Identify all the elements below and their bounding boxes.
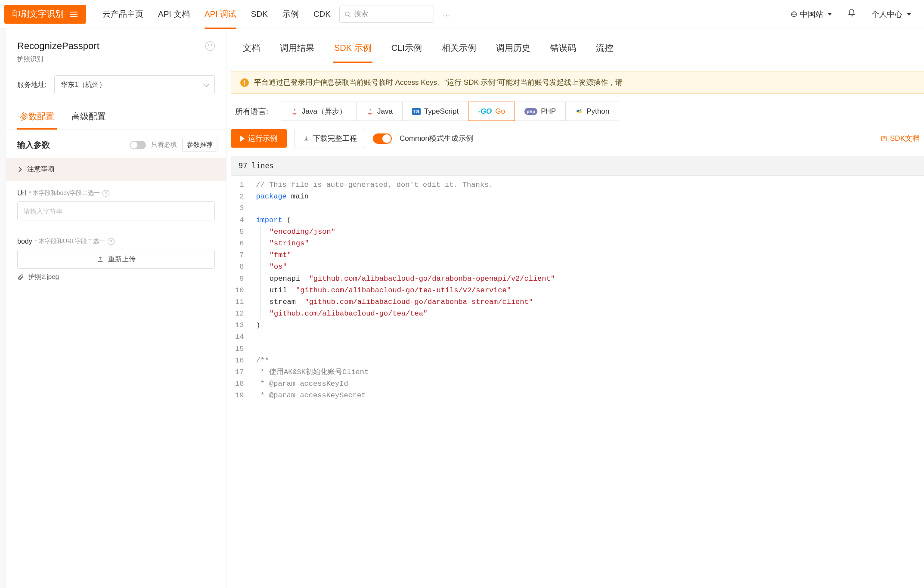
notice-label: 注意事项 [27,165,55,174]
warning-text: 平台通过已登录用户信息获取当前账号临时 Access Keys、"运行 SDK … [254,77,623,87]
service-address-select[interactable]: 华东1（杭州） [54,75,215,94]
globe-icon [791,11,797,18]
param-recommend-button[interactable]: 参数推荐 [182,138,217,152]
uploaded-file[interactable]: 护照2.jpeg [17,273,215,281]
nav-item[interactable]: 示例 [282,0,299,28]
nav-item[interactable]: CDK [313,1,331,28]
detail-tab[interactable]: 流控 [595,38,614,63]
external-link-icon [881,135,887,142]
uploaded-file-name: 护照2.jpeg [28,273,59,281]
only-required-label: 只看必填 [151,141,177,149]
user-label: 个人中心 [871,9,902,19]
nav-item[interactable]: API 文档 [158,0,190,28]
region-selector[interactable]: 中国站 [791,9,832,19]
detail-tab[interactable]: CLI示例 [391,38,423,63]
feedback-icon[interactable] [205,41,215,51]
java-icon [366,108,374,115]
api-name: RecognizePassport [17,40,99,52]
more-icon[interactable]: … [443,9,451,19]
search-icon [344,11,351,18]
api-description: 护照识别 [17,55,215,63]
service-address-label: 服务地址: [17,80,47,90]
chevron-down-icon [203,81,209,87]
chevron-down-icon [828,13,832,15]
svg-line-1 [349,15,350,16]
service-address-value: 华东1（杭州） [61,80,106,90]
reupload-button[interactable]: 重新上传 [17,250,215,269]
notice-expander[interactable]: 注意事项 [6,158,226,181]
detail-tab[interactable]: 相关示例 [441,38,477,63]
bell-icon[interactable] [847,9,856,19]
lang-tab-go[interactable]: -GOGo [468,102,515,121]
config-tab[interactable]: 高级配置 [69,105,109,130]
config-tab[interactable]: 参数配置 [17,105,57,130]
nav-item[interactable]: SDK [251,1,268,28]
detail-tab[interactable]: 错误码 [549,38,577,63]
php-icon: php [524,108,537,115]
brand-badge[interactable]: 印刷文字识别 [4,5,86,24]
py-icon [575,108,583,115]
sdk-do 链接[interactable]: SDK文档 [881,133,920,143]
detail-tab[interactable]: 调用历史 [495,38,531,63]
only-required-toggle[interactable] [130,141,146,149]
download-project-button[interactable]: 下载完整工程 [295,129,365,148]
left-panel: RecognizePassport 护照识别 服务地址: 华东1（杭州） 参数配… [6,28,226,588]
warning-icon: ! [240,78,249,87]
chevron-down-icon [907,13,911,15]
lang-tab-java[interactable]: Java（异步） [281,102,357,121]
detail-tab[interactable]: 文档 [242,38,261,63]
top-header: 印刷文字识别 云产品主页API 文档API 调试SDK示例CDK 搜索 … 中国… [0,0,924,28]
chevron-right-icon [16,167,22,172]
url-label: Url * 本字段和body字段二选一 ? [17,189,215,197]
search-placeholder: 搜索 [354,9,368,19]
config-tabs: 参数配置高级配置 [6,105,226,130]
brand-title: 印刷文字识别 [12,8,64,20]
nav-item[interactable]: API 调试 [205,0,236,28]
input-params-title: 输入参数 [17,139,50,151]
url-input[interactable] [17,201,215,220]
upload-icon [97,256,104,263]
download-icon [303,135,310,142]
help-icon[interactable]: ? [102,190,109,197]
paperclip-icon [17,274,24,281]
right-panel: 文档调用结果SDK 示例CLI示例相关示例调用历史错误码流控 ! 平台通过已登录… [226,28,924,588]
lang-tab-java[interactable]: Java [356,102,403,121]
nav-item[interactable]: 云产品主页 [102,0,143,28]
common-mode-toggle[interactable] [373,133,392,144]
go-icon: -GO [478,107,492,116]
user-menu[interactable]: 个人中心 [871,9,911,19]
lang-label: 所有语言: [231,106,273,117]
ts-icon: TS [412,108,421,115]
language-selector: 所有语言: Java（异步）JavaTSTypeScript-GOGophpPH… [226,94,924,121]
play-icon [240,136,245,142]
lang-tab-ts[interactable]: TSTypeScript [402,102,468,121]
code-summary: 97 lines [231,156,924,176]
warning-banner: ! 平台通过已登录用户信息获取当前账号临时 Access Keys、"运行 SD… [231,71,924,94]
region-label: 中国站 [800,9,823,19]
detail-tab[interactable]: SDK 示例 [333,38,372,63]
search-input[interactable]: 搜索 [339,6,434,23]
collapsed-sidebar[interactable] [0,28,6,588]
code-view[interactable]: 12345678910111213141516171819 // This fi… [231,176,924,405]
svg-point-0 [345,12,349,15]
detail-tabs: 文档调用结果SDK 示例CLI示例相关示例调用历史错误码流控 [226,34,924,63]
lang-tab-py[interactable]: Python [565,102,619,121]
java-icon [291,108,298,115]
menu-icon [70,10,78,18]
common-mode-label: Common模式生成示例 [400,133,473,143]
top-nav: 云产品主页API 文档API 调试SDK示例CDK [102,0,331,28]
run-example-button[interactable]: 运行示例 [231,129,287,148]
lang-tab-php[interactable]: phpPHP [515,102,566,121]
body-label: body * 本字段和URL字段二选一 ? [17,238,215,245]
help-icon[interactable]: ? [108,238,115,245]
detail-tab[interactable]: 调用结果 [279,38,315,63]
